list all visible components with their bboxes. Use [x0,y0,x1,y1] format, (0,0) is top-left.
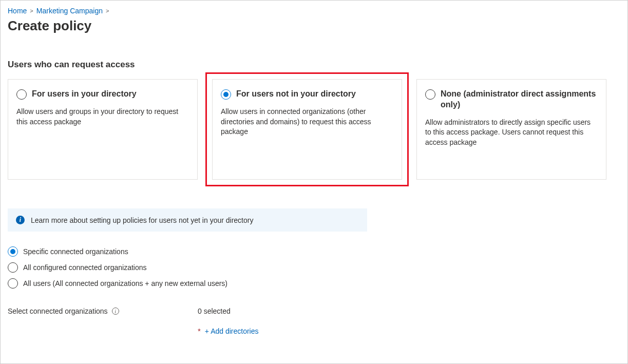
section-heading-users: Users who can request access [8,60,620,70]
radio-icon-selected [221,89,231,100]
info-bar-text: Learn more about setting up policies for… [31,216,253,224]
chevron-right-icon: > [106,8,109,14]
info-bar[interactable]: i Learn more about setting up policies f… [8,208,367,232]
card-title: For users in your directory [32,89,137,100]
card-desc: Allow administrators to directly assign … [425,118,598,148]
add-directories-link[interactable]: + Add directories [205,327,259,335]
radio-label: All users (All connected organizations +… [23,279,227,288]
radio-label: All configured connected organizations [23,263,147,272]
breadcrumb: Home > Marketing Campaign > [8,7,620,15]
org-options-radio-list: Specific connected organizations All con… [8,246,620,289]
radio-label: Specific connected organizations [23,247,128,256]
card-desc: Allow users in connected organizations (… [221,107,393,137]
breadcrumb-campaign[interactable]: Marketing Campaign [36,7,103,15]
card-none-admin-only[interactable]: None (administrator direct assignments o… [416,79,606,180]
radio-icon [8,262,18,273]
selected-count: 0 selected [198,307,259,315]
card-desc: Allow users and groups in your directory… [16,107,189,127]
radio-all-users[interactable]: All users (All connected organizations +… [8,278,620,289]
radio-icon [425,89,435,100]
radio-icon [16,89,27,100]
card-title: None (administrator direct assignments o… [441,89,598,110]
card-title: For users not in your directory [236,89,356,100]
radio-icon [8,278,18,289]
connected-orgs-field: Select connected organizations i 0 selec… [8,307,620,335]
radio-icon-selected [8,246,18,257]
cards-row: For users in your directory Allow users … [8,79,620,180]
info-tooltip-icon[interactable]: i [112,308,119,315]
card-users-not-in-directory[interactable]: For users not in your directory Allow us… [212,79,402,180]
radio-specific-connected-orgs[interactable]: Specific connected organizations [8,246,620,257]
info-icon: i [16,216,25,224]
required-star-icon: * [198,327,201,335]
radio-all-configured-orgs[interactable]: All configured connected organizations [8,262,620,273]
card-users-in-directory[interactable]: For users in your directory Allow users … [8,79,198,180]
chevron-right-icon: > [30,8,33,14]
connected-orgs-label: Select connected organizations [8,307,108,315]
breadcrumb-home[interactable]: Home [8,7,27,15]
page-title: Create policy [8,18,620,34]
